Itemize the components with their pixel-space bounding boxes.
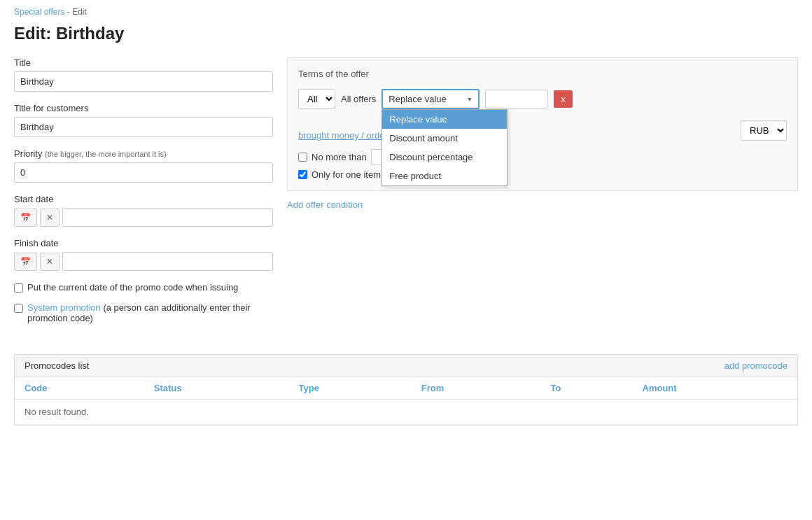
only-one-item-row: Only for one item in the order [298,169,787,180]
system-promo-link[interactable]: System promotion [27,302,101,313]
title-field-group: Title [14,57,273,92]
add-condition-link[interactable]: Add offer condition [287,199,363,210]
finish-date-field-group: Finish date 📅 ✕ [14,238,273,271]
finish-date-clear-btn[interactable]: ✕ [40,253,59,271]
priority-input[interactable] [14,162,273,183]
terms-box: Terms of the offer All All offers Replac… [287,57,798,191]
promo-date-checkbox-row: Put the current date of the promo code w… [14,282,273,293]
title-customers-label: Title for customers [14,103,273,113]
system-promo-label: System promotion (a person can additiona… [27,302,273,323]
breadcrumb-current: Edit [72,7,87,17]
terms-title: Terms of the offer [298,69,787,79]
start-date-input[interactable] [62,208,273,227]
start-date-calendar-btn[interactable]: 📅 [14,209,37,227]
col-type: Type [289,377,412,400]
promocodes-title: Promocodes list [24,360,89,371]
remove-btn[interactable]: x [554,90,573,108]
col-to: To [540,377,632,400]
page-title: Edit: Birthday [14,24,798,43]
col-status: Status [144,377,289,400]
dropdown-option-discount-percentage[interactable]: Discount percentage [382,148,507,167]
title-input[interactable] [14,71,273,92]
breadcrumb-separator: - [65,7,73,17]
system-promo-checkbox-row: System promotion (a person can additiona… [14,302,273,323]
title-customers-input[interactable] [14,117,273,137]
table-row: No result found. [15,400,797,425]
only-one-item-checkbox[interactable] [298,170,307,179]
col-amount: Amount [633,377,797,400]
dropdown-option-replace-value[interactable]: Replace value [382,110,507,129]
all-offers-label: All offers [341,94,376,104]
start-date-clear-btn[interactable]: ✕ [40,209,59,227]
action-select-value: Replace value [388,94,446,104]
finish-date-row: 📅 ✕ [14,252,273,271]
title-customers-field-group: Title for customers [14,103,273,137]
action-select-display[interactable]: Replace value [382,89,479,109]
breadcrumb-parent[interactable]: Special offers [14,7,65,17]
promocodes-header: Promocodes list add promocode [15,355,797,377]
start-date-label: Start date [14,194,273,204]
action-dropdown-wrapper: Replace value Replace value Discount amo… [382,89,479,109]
priority-label-sub: (the bigger, the more important it is) [45,150,167,158]
finish-date-label: Finish date [14,238,273,248]
dropdown-option-discount-amount[interactable]: Discount amount [382,129,507,148]
currency-select[interactable]: RUB USD EUR [741,120,787,141]
promo-table-header-row: Code Status Type From To Amount [15,377,797,400]
terms-row: All All offers Replace value Replace val… [298,89,787,109]
title-label: Title [14,57,273,68]
add-promocode-link[interactable]: add promocode [724,360,788,371]
terms-options: No more than % of the offer value Only f… [298,149,787,180]
value-input[interactable] [485,90,548,108]
no-more-than-checkbox[interactable] [298,153,307,162]
promo-table: Code Status Type From To Amount No resul… [15,377,797,425]
left-panel: Title Title for customers Priority (the … [14,57,273,333]
promo-date-checkbox[interactable] [14,283,23,293]
promocodes-section: Promocodes list add promocode Code Statu… [14,354,798,426]
terms-secondary-row: brought money / order value RUB USD EUR [298,115,787,141]
priority-field-group: Priority (the bigger, the more important… [14,148,273,183]
priority-label: Priority (the bigger, the more important… [14,148,273,159]
promo-date-label: Put the current date of the promo code w… [27,282,238,293]
no-more-than-label-before: No more than [312,152,367,162]
col-code: Code [15,377,144,400]
action-dropdown-menu: Replace value Discount amount Discount p… [382,109,507,186]
system-promo-checkbox[interactable] [14,304,23,313]
col-from: From [412,377,541,400]
finish-date-calendar-btn[interactable]: 📅 [14,253,37,271]
start-date-row: 📅 ✕ [14,208,273,227]
no-more-than-row: No more than % of the offer value [298,149,787,165]
no-result-cell: No result found. [15,400,797,425]
dropdown-option-free-product[interactable]: Free product [382,167,507,185]
all-select[interactable]: All [298,89,335,109]
breadcrumb: Special offers - Edit [14,7,798,17]
promo-table-body: No result found. [15,400,797,425]
right-panel: Terms of the offer All All offers Replac… [287,57,798,210]
promo-table-head: Code Status Type From To Amount [15,377,797,400]
finish-date-input[interactable] [62,252,273,271]
start-date-field-group: Start date 📅 ✕ [14,194,273,227]
